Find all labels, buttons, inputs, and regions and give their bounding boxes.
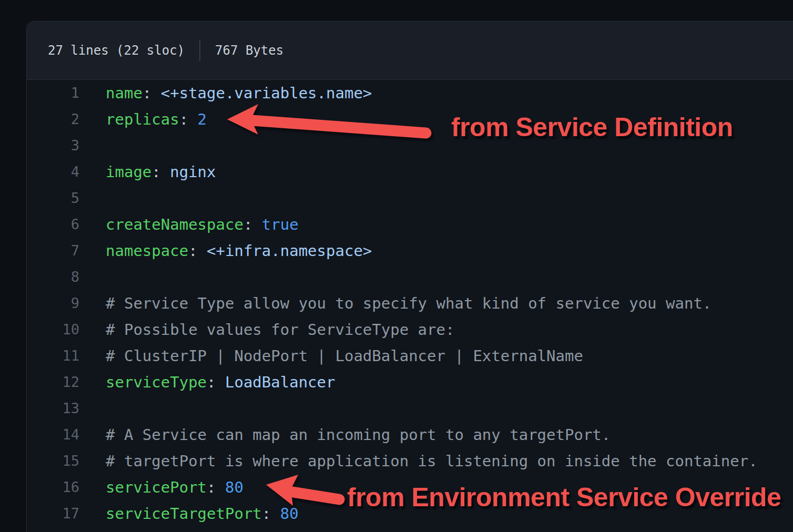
code-line: 4image: nginx: [27, 159, 793, 185]
line-number[interactable]: 15: [27, 448, 79, 474]
code-line: 12serviceType: LoadBalancer: [27, 369, 793, 395]
code-line: 8: [27, 264, 793, 290]
file-info-bar: 27 lines (22 sloc) 767 Bytes: [27, 22, 793, 80]
line-number[interactable]: 8: [27, 264, 79, 290]
line-number[interactable]: 4: [27, 159, 79, 185]
line-number[interactable]: 1: [27, 80, 79, 106]
line-number[interactable]: 17: [27, 500, 79, 527]
annotation-arrow-environment-override: [260, 470, 350, 513]
code-token-punct: :: [179, 110, 198, 128]
code-text: serviceType: LoadBalancer: [79, 369, 336, 395]
code-text: # Possible values for ServiceType are:: [79, 316, 454, 343]
line-number[interactable]: 2: [27, 106, 79, 132]
code-token-key: createNamespace: [106, 216, 243, 233]
line-number[interactable]: 16: [27, 474, 79, 500]
code-token-punct: :: [207, 373, 225, 391]
code-line: 6createNamespace: true: [27, 211, 793, 238]
annotation-arrow-service-definition: [223, 101, 439, 146]
code-token-comment: # Service Type allow you to specify what…: [106, 294, 711, 312]
code-token-str: <+stage.variables.name>: [161, 84, 372, 102]
file-lines-info: 27 lines (22 sloc): [48, 43, 185, 58]
code-token-punct: :: [143, 84, 161, 102]
code-line: 14# A Service can map an incoming port t…: [27, 422, 793, 448]
code-text: # Service Type allow you to specify what…: [79, 290, 711, 316]
code-line: 15# targetPort is where application is l…: [27, 448, 793, 474]
code-token-comment: # A Service can map an incoming port to …: [106, 426, 611, 444]
code-token-const: true: [262, 216, 299, 233]
code-token-punct: :: [188, 242, 207, 260]
code-token-str: LoadBalancer: [225, 373, 336, 391]
code-text: image: nginx: [79, 159, 216, 185]
code-text: namespace: <+infra.namespace>: [79, 238, 372, 264]
code-token-key: serviceType: [106, 373, 207, 391]
annotation-from-service-definition: from Service Definition: [451, 112, 733, 142]
code-line: 10# Possible values for ServiceType are:: [27, 316, 793, 343]
code-token-key: serviceTargetPort: [106, 505, 262, 523]
line-number[interactable]: 13: [27, 395, 79, 422]
annotation-from-environment-service-override: from Environment Service Override: [347, 482, 781, 513]
code-text: servicePort: 80: [79, 474, 243, 500]
line-number[interactable]: 9: [27, 290, 79, 316]
code-token-key: replicas: [106, 110, 179, 128]
code-file-panel: 27 lines (22 sloc) 767 Bytes 1name: <+st…: [26, 21, 793, 532]
code-token-comment: # targetPort is where application is lis…: [106, 452, 758, 470]
code-token-punct: :: [207, 478, 225, 496]
code-token-key: name: [106, 84, 143, 102]
code-text: # ClusterIP | NodePort | LoadBalancer | …: [79, 343, 583, 369]
code-text: # A Service can map an incoming port to …: [79, 422, 611, 448]
code-token-comment: # ClusterIP | NodePort | LoadBalancer | …: [106, 347, 583, 365]
code-token-key: image: [106, 163, 151, 181]
line-number[interactable]: 3: [27, 132, 79, 159]
code-line: 5: [27, 185, 793, 211]
file-size-info: 767 Bytes: [215, 43, 283, 58]
code-token-str: <+infra.namespace>: [207, 242, 372, 260]
code-token-key: servicePort: [106, 478, 207, 496]
code-token-const: 2: [198, 110, 207, 128]
code-line: 13: [27, 395, 793, 422]
line-number[interactable]: 14: [27, 422, 79, 448]
code-text: replicas: 2: [79, 106, 207, 132]
line-number[interactable]: 6: [27, 211, 79, 238]
code-token-punct: :: [151, 163, 170, 181]
code-line: 11# ClusterIP | NodePort | LoadBalancer …: [27, 343, 793, 369]
code-token-punct: :: [243, 216, 262, 233]
code-lines: 1name: <+stage.variables.name>2replicas:…: [27, 80, 793, 527]
code-text: # targetPort is where application is lis…: [79, 448, 758, 474]
code-line: 7namespace: <+infra.namespace>: [27, 238, 793, 264]
code-line: 9# Service Type allow you to specify wha…: [27, 290, 793, 316]
code-token-str: nginx: [170, 163, 216, 181]
code-text: createNamespace: true: [79, 211, 299, 238]
line-number[interactable]: 11: [27, 343, 79, 369]
code-token-key: namespace: [106, 242, 188, 260]
header-divider: [199, 40, 200, 61]
code-token-const: 80: [225, 478, 243, 496]
line-number[interactable]: 5: [27, 185, 79, 211]
code-token-comment: # Possible values for ServiceType are:: [106, 321, 454, 339]
line-number[interactable]: 12: [27, 369, 79, 395]
line-number[interactable]: 7: [27, 238, 79, 264]
line-number[interactable]: 10: [27, 316, 79, 343]
